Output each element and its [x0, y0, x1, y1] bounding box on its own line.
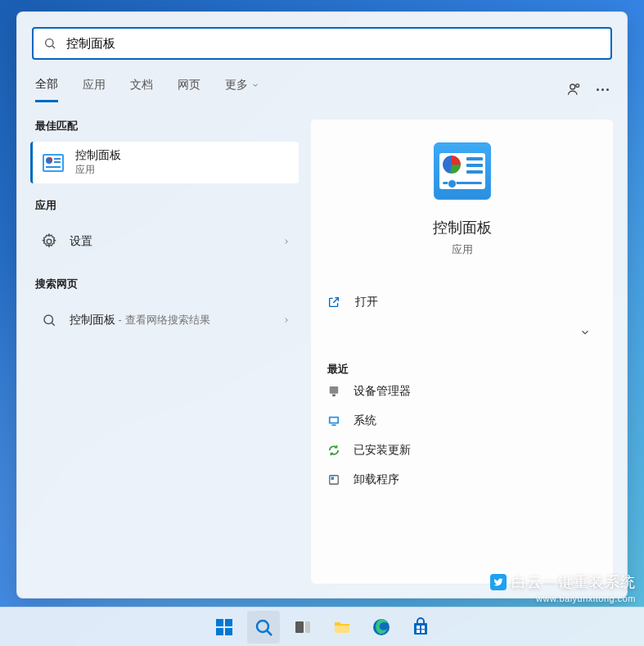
svg-point-24: [257, 621, 268, 632]
tabs-row: 全部 应用 文档 网页 更多: [17, 75, 627, 104]
svg-rect-9: [46, 166, 61, 168]
tab-all[interactable]: 全部: [35, 77, 58, 102]
settings-label: 设置: [70, 234, 272, 249]
gear-icon: [38, 231, 60, 252]
best-match-header: 最佳匹配: [35, 119, 299, 133]
tab-more-label: 更多: [225, 78, 248, 93]
apps-header: 应用: [35, 198, 299, 213]
taskbar-search-button[interactable]: [247, 611, 280, 644]
watermark: 白云一键重装系统 www.baiyunxitong.com: [490, 572, 636, 603]
control-panel-icon-large: [434, 142, 491, 200]
start-button[interactable]: [208, 611, 241, 644]
search-icon: [38, 309, 60, 331]
chevron-right-icon: [282, 316, 290, 324]
tab-apps[interactable]: 应用: [83, 78, 106, 101]
account-icon[interactable]: [567, 82, 582, 97]
svg-rect-28: [335, 626, 349, 633]
search-input[interactable]: [66, 37, 601, 51]
tab-docs[interactable]: 文档: [130, 78, 153, 101]
svg-rect-34: [421, 630, 425, 633]
updates-icon: [327, 444, 340, 457]
tab-more[interactable]: 更多: [225, 78, 259, 101]
settings-item[interactable]: 设置: [30, 221, 299, 262]
preview-pane: 控制面板 应用 打开 最近 设备管理器 系统 已安装更新: [310, 119, 614, 585]
edge-button[interactable]: [365, 611, 398, 644]
search-icon: [43, 37, 56, 50]
svg-rect-14: [332, 395, 336, 397]
svg-rect-20: [216, 619, 223, 626]
svg-rect-8: [54, 161, 61, 163]
recent-header: 最近: [327, 362, 597, 377]
svg-rect-23: [225, 628, 232, 635]
store-button[interactable]: [404, 611, 437, 644]
chevron-down-icon: [579, 327, 591, 338]
taskbar: [0, 607, 644, 646]
web-search-item[interactable]: 控制面板 - 查看网络搜索结果: [30, 300, 299, 341]
watermark-title: 白云一键重装系统: [511, 572, 636, 592]
svg-rect-21: [225, 619, 232, 626]
svg-rect-13: [330, 386, 339, 394]
svg-line-12: [52, 323, 54, 325]
best-match-sub: 应用: [75, 163, 121, 177]
recent-system[interactable]: 系统: [327, 406, 597, 436]
open-icon: [327, 296, 340, 309]
system-icon: [327, 414, 340, 427]
recent-updates[interactable]: 已安装更新: [327, 436, 597, 465]
svg-rect-22: [216, 628, 223, 635]
recent-uninstall[interactable]: 卸载程序: [327, 465, 597, 495]
svg-rect-7: [54, 158, 61, 160]
open-button[interactable]: 打开: [327, 290, 597, 314]
svg-rect-17: [331, 424, 336, 426]
best-match-item[interactable]: 控制面板 应用: [30, 142, 299, 183]
svg-point-0: [46, 39, 53, 47]
svg-line-1: [52, 46, 55, 48]
svg-rect-30: [414, 623, 427, 635]
svg-rect-19: [331, 477, 335, 481]
svg-line-25: [267, 630, 272, 635]
preview-sub: 应用: [327, 242, 597, 257]
control-panel-icon: [41, 151, 65, 175]
svg-point-3: [576, 84, 579, 88]
preview-title: 控制面板: [327, 218, 597, 237]
expand-button[interactable]: [574, 321, 597, 344]
uninstall-icon: [327, 473, 340, 486]
watermark-badge-icon: [490, 574, 507, 590]
recent-device-manager[interactable]: 设备管理器: [327, 377, 597, 406]
chevron-right-icon: [282, 237, 290, 246]
svg-point-10: [47, 239, 52, 244]
svg-point-2: [570, 84, 575, 89]
svg-rect-16: [331, 418, 338, 422]
search-web-header: 搜索网页: [35, 277, 299, 291]
tab-web[interactable]: 网页: [178, 78, 200, 101]
results-column: 最佳匹配 控制面板 应用 应用 设置 搜索网页: [30, 119, 299, 585]
svg-rect-26: [295, 621, 304, 633]
svg-rect-27: [305, 621, 310, 633]
watermark-url: www.baiyunxitong.com: [490, 594, 636, 603]
svg-rect-33: [417, 630, 420, 633]
svg-point-11: [44, 315, 53, 324]
more-options-button[interactable]: [597, 88, 609, 91]
file-explorer-button[interactable]: [326, 611, 358, 644]
search-panel: 全部 应用 文档 网页 更多 最佳匹配 控制面板 应用: [16, 11, 628, 599]
web-search-label: 控制面板 - 查看网络搜索结果: [70, 313, 272, 328]
open-label: 打开: [355, 295, 597, 309]
task-view-button[interactable]: [286, 611, 319, 644]
search-box[interactable]: [32, 27, 612, 60]
svg-rect-32: [421, 626, 425, 629]
best-match-title: 控制面板: [75, 148, 121, 163]
chevron-down-icon: [251, 81, 259, 89]
device-manager-icon: [327, 385, 340, 398]
svg-rect-31: [417, 626, 420, 629]
